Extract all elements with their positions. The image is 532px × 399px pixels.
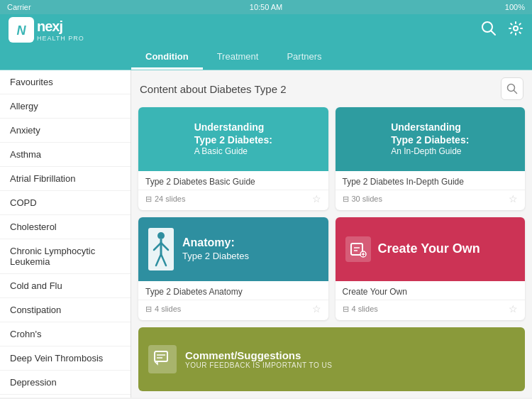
card-indepth-guide-slides: ⊟ 30 slides (343, 195, 382, 204)
svg-line-6 (514, 91, 517, 94)
card-indepth-guide-footer: ⊟ 30 slides ☆ (336, 190, 526, 210)
comment-text: Comment/Suggestions Your feedback is imp… (185, 349, 332, 369)
svg-point-7 (157, 232, 165, 239)
sidebar-item-crohns[interactable]: Crohn's (0, 322, 131, 346)
sidebar-item-cold-flu[interactable]: Cold and Flu (0, 274, 131, 298)
indepth-guide-bookmark-icon[interactable]: ☆ (509, 193, 518, 204)
svg-rect-19 (155, 351, 167, 361)
svg-point-4 (514, 26, 518, 31)
sidebar-item-asthma[interactable]: Asthma (0, 143, 131, 167)
card-anatomy-slides: ⊟ 4 slides (145, 305, 181, 314)
card-anatomy-name: Type 2 Diabetes Anatomy (145, 287, 321, 297)
card-indepth-guide-image-text: Understanding Type 2 Diabetes: An In-Dep… (391, 121, 469, 158)
card-create-own-footer: ⊟ 4 slides ☆ (336, 300, 526, 320)
logo-icon: N (9, 17, 34, 43)
search-icon[interactable] (481, 21, 497, 40)
card-basic-guide-image: Understanding Type 2 Diabetes: A Basic G… (138, 107, 328, 171)
nav-tabs: Condition Treatment Partners (0, 45, 532, 70)
card-indepth-guide[interactable]: Understanding Type 2 Diabetes: An In-Dep… (336, 107, 526, 210)
create-own-icon (345, 236, 371, 262)
card-create-own-slides: ⊟ 4 slides (343, 305, 378, 314)
card-basic-guide-slides: ⊟ 24 slides (145, 195, 185, 204)
comment-card[interactable]: Comment/Suggestions Your feedback is imp… (138, 327, 525, 391)
sidebar-item-dvt[interactable]: Deep Vein Thrombosis (0, 346, 131, 371)
card-anatomy-image: Anatomy: Type 2 Diabetes (138, 217, 328, 281)
sidebar-item-copd[interactable]: COPD (0, 191, 131, 215)
card-anatomy-body: Type 2 Diabetes Anatomy (138, 281, 328, 297)
sidebar-item-diabetes1[interactable]: Diabetes Type 1 (0, 395, 131, 398)
cards-grid: Understanding Type 2 Diabetes: A Basic G… (138, 107, 525, 320)
svg-line-3 (492, 31, 496, 35)
sidebar-item-allergy[interactable]: Allergy (0, 94, 131, 119)
create-own-bookmark-icon[interactable]: ☆ (509, 303, 518, 315)
battery-label: 100% (505, 3, 525, 11)
svg-line-11 (156, 254, 161, 266)
sidebar-item-anxiety[interactable]: Anxiety (0, 119, 131, 143)
slides-icon: ⊟ (145, 305, 152, 314)
app-header: N nexj HEALTH PRO (0, 14, 532, 45)
card-indepth-guide-name: Type 2 Diabetes In-Depth Guide (343, 177, 519, 187)
tab-condition[interactable]: Condition (131, 45, 203, 70)
settings-icon[interactable] (508, 21, 523, 40)
sidebar-item-depression[interactable]: Depression (0, 371, 131, 395)
card-create-own-image: Create Your Own (336, 217, 526, 281)
card-anatomy-image-text: Anatomy: Type 2 Diabetes (182, 236, 249, 263)
status-bar: Carrier 10:50 AM 100% (0, 0, 532, 14)
card-basic-guide[interactable]: Understanding Type 2 Diabetes: A Basic G… (138, 107, 328, 210)
card-create-own-body: Create Your Own (336, 281, 526, 297)
card-indepth-guide-body: Type 2 Diabetes In-Depth Guide (336, 171, 526, 187)
slides-icon: ⊟ (145, 195, 152, 204)
comment-subtitle: Your feedback is important to us (185, 361, 332, 369)
content-header: Content about Diabetes Type 2 (138, 77, 525, 100)
main-layout: Favourites Allergy Anxiety Asthma Atrial… (0, 70, 532, 398)
svg-text:N: N (17, 23, 27, 38)
card-indepth-guide-image: Understanding Type 2 Diabetes: An In-Dep… (336, 107, 526, 171)
comment-icon (148, 345, 177, 373)
sidebar-item-constipation[interactable]: Constipation (0, 298, 131, 322)
header-icons (481, 21, 523, 40)
content-search-button[interactable] (501, 77, 523, 100)
app-logo: N nexj HEALTH PRO (9, 17, 84, 43)
anatomy-figure-icon (148, 228, 174, 270)
card-basic-guide-name: Type 2 Diabetes Basic Guide (145, 177, 321, 187)
logo-sub-label: HEALTH PRO (37, 35, 84, 43)
card-basic-guide-body: Type 2 Diabetes Basic Guide (138, 171, 328, 187)
card-create-own-image-text: Create Your Own (378, 241, 480, 257)
basic-guide-bookmark-icon[interactable]: ☆ (312, 193, 321, 204)
card-anatomy[interactable]: Anatomy: Type 2 Diabetes Type 2 Diabetes… (138, 217, 328, 320)
card-basic-guide-footer: ⊟ 24 slides ☆ (138, 190, 328, 210)
sidebar-item-cll[interactable]: Chronic Lymphocytic Leukemia (0, 239, 131, 274)
card-anatomy-footer: ⊟ 4 slides ☆ (138, 300, 328, 320)
tab-partners[interactable]: Partners (272, 45, 336, 70)
comment-title: Comment/Suggestions (185, 349, 332, 361)
card-create-own[interactable]: Create Your Own Create Your Own ⊟ 4 slid… (336, 217, 526, 320)
logo-text: nexj HEALTH PRO (37, 18, 84, 43)
slides-icon: ⊟ (343, 195, 349, 204)
anatomy-bookmark-icon[interactable]: ☆ (312, 303, 321, 315)
svg-line-12 (161, 254, 166, 266)
time-label: 10:50 AM (250, 3, 282, 11)
sidebar: Favourites Allergy Anxiety Asthma Atrial… (0, 70, 131, 398)
carrier-label: Carrier (7, 3, 31, 11)
sidebar-item-cholesterol[interactable]: Cholesterol (0, 215, 131, 239)
comment-card-wrapper: Comment/Suggestions Your feedback is imp… (138, 327, 525, 391)
sidebar-item-favourites[interactable]: Favourites (0, 70, 131, 94)
content-title: Content about Diabetes Type 2 (140, 83, 287, 95)
sidebar-item-af[interactable]: Atrial Fibrillation (0, 167, 131, 191)
card-basic-guide-image-text: Understanding Type 2 Diabetes: A Basic G… (194, 121, 272, 158)
card-create-own-name: Create Your Own (343, 287, 519, 297)
slides-icon: ⊟ (343, 305, 349, 314)
logo-name-label: nexj (37, 18, 84, 35)
content-area: Content about Diabetes Type 2 Understand… (131, 70, 532, 398)
tab-treatment[interactable]: Treatment (203, 45, 273, 70)
